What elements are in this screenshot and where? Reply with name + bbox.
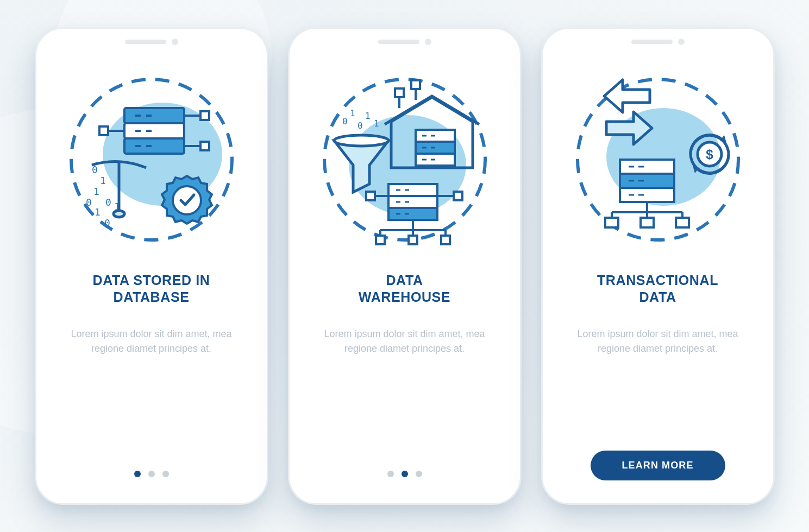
- svg-rect-78: [620, 188, 674, 202]
- svg-text:0: 0: [104, 217, 110, 229]
- svg-rect-90: [641, 218, 654, 227]
- svg-point-43: [334, 135, 388, 146]
- svg-rect-42: [411, 80, 420, 89]
- onboarding-screen-3: $ TRANSACTIONAL DATA: [541, 27, 775, 505]
- svg-rect-67: [454, 192, 462, 200]
- pagination-dots: [134, 471, 169, 477]
- screen-description: Lorem ipsum dolor sit dim amet, mea regi…: [323, 327, 486, 357]
- database-storage-icon: 011 010 10: [62, 70, 241, 249]
- svg-rect-50: [388, 196, 437, 208]
- svg-rect-92: [676, 218, 689, 227]
- svg-text:1: 1: [93, 186, 99, 197]
- pagination-dot-3[interactable]: [162, 471, 169, 477]
- svg-rect-77: [620, 174, 674, 188]
- screen-title: TRANSACTIONAL DATA: [597, 272, 718, 306]
- pagination-dot-1[interactable]: [134, 471, 141, 477]
- svg-rect-49: [388, 184, 437, 196]
- onboarding-screen-1: 011 010 10 DATA STORED IN DATABASE Lorem…: [35, 27, 268, 505]
- transactional-data-icon: $: [568, 70, 748, 249]
- svg-text:1: 1: [100, 175, 106, 186]
- svg-text:0: 0: [358, 121, 363, 131]
- pagination-dots: [387, 471, 422, 477]
- screen-title: DATA STORED IN DATABASE: [93, 272, 210, 306]
- svg-rect-16: [99, 126, 108, 135]
- onboarding-screen-2: 010 11: [288, 27, 522, 505]
- svg-text:0: 0: [86, 197, 92, 208]
- phone-notch: [125, 39, 178, 45]
- svg-rect-63: [409, 236, 417, 244]
- pagination-dot-2[interactable]: [402, 471, 408, 477]
- screen-title: DATA WAREHOUSE: [359, 272, 450, 306]
- svg-rect-69: [366, 192, 375, 200]
- pagination-dot-1[interactable]: [387, 471, 394, 477]
- svg-text:$: $: [706, 147, 713, 162]
- svg-rect-88: [605, 218, 618, 227]
- svg-text:1: 1: [350, 108, 355, 118]
- phone-notch: [378, 39, 431, 45]
- pagination-dot-3[interactable]: [416, 471, 422, 477]
- data-warehouse-icon: 010 11: [315, 70, 494, 249]
- svg-rect-65: [441, 236, 450, 244]
- screen-description: Lorem ipsum dolor sit dim amet, mea regi…: [576, 327, 739, 357]
- pagination-dot-2[interactable]: [148, 471, 155, 477]
- svg-rect-2: [124, 108, 184, 123]
- svg-point-27: [173, 186, 201, 214]
- svg-rect-4: [124, 138, 184, 154]
- svg-text:1: 1: [374, 118, 379, 129]
- svg-rect-12: [200, 111, 209, 120]
- svg-text:0: 0: [342, 116, 348, 126]
- svg-rect-3: [124, 123, 184, 138]
- svg-rect-61: [376, 236, 385, 244]
- svg-rect-51: [388, 208, 437, 220]
- svg-rect-40: [395, 88, 404, 97]
- svg-text:1: 1: [365, 111, 371, 121]
- svg-rect-76: [620, 160, 674, 174]
- svg-rect-14: [200, 142, 209, 150]
- phone-notch: [631, 39, 685, 45]
- svg-text:1: 1: [95, 206, 101, 218]
- screen-description: Lorem ipsum dolor sit dim amet, mea regi…: [70, 327, 233, 357]
- learn-more-button[interactable]: LEARN MORE: [591, 451, 725, 480]
- svg-point-26: [114, 211, 124, 217]
- svg-text:0: 0: [105, 197, 111, 208]
